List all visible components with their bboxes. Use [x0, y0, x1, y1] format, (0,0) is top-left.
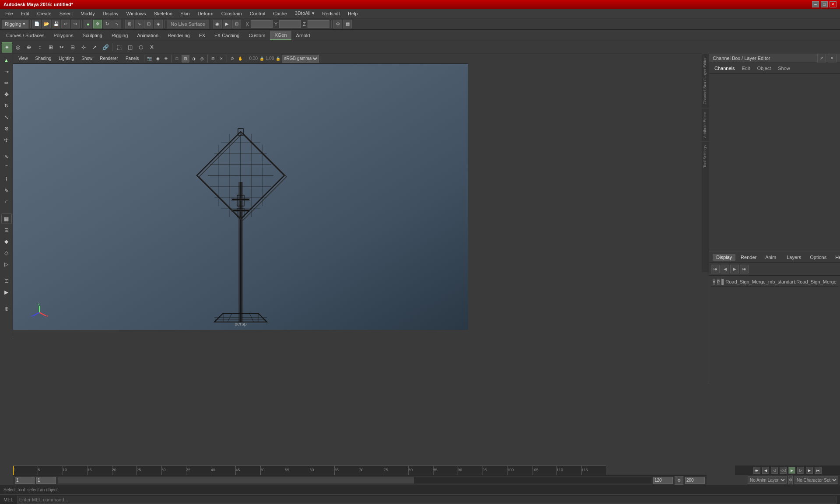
menu-skin[interactable]: Skin [177, 10, 193, 17]
select-tool[interactable]: ▲ [1, 55, 12, 66]
ipr-render[interactable]: ▶ [1, 287, 12, 298]
anim-go-start[interactable]: ⏮ [753, 467, 760, 474]
cb-tab-show[interactable]: Show [776, 65, 792, 72]
playback-options[interactable]: ⚙ [675, 476, 683, 485]
icon-xgen-6[interactable]: ✂ [56, 42, 67, 52]
select-tool-btn[interactable]: ▲ [84, 20, 92, 28]
icon-xgen-2[interactable]: ◎ [13, 42, 23, 52]
layer-tab-render[interactable]: Render [737, 254, 760, 261]
menu-create[interactable]: Create [34, 10, 55, 17]
lasso-select[interactable]: ⊸ [1, 66, 12, 77]
vp-smooth-btn[interactable]: ◑ [190, 55, 198, 63]
breakdown-key[interactable]: ◇ [1, 248, 12, 258]
snap-curve-btn[interactable]: ∿ [135, 20, 144, 28]
right-sidebar-attr-editor[interactable]: Attribute Editor [702, 108, 709, 142]
tab-arnold[interactable]: Arnold [292, 31, 315, 40]
menu-edit[interactable]: Edit [18, 10, 33, 17]
arc-curve[interactable]: ◜ [1, 197, 12, 207]
layer-skip-end[interactable]: ⏭ [740, 265, 749, 273]
char-set-select[interactable]: No Character Set [794, 476, 838, 484]
close-button[interactable]: ✕ [830, 1, 836, 7]
icon-xgen-7[interactable]: ⊟ [67, 42, 78, 52]
icon-xgen-10[interactable]: 🔗 [100, 42, 111, 52]
move-tool-btn[interactable]: ✥ [93, 20, 102, 28]
right-sidebar-channel-box[interactable]: Channel Box / Layer Editor [702, 53, 709, 108]
snap-grid-btn[interactable]: ⊞ [125, 20, 134, 28]
anim-layer-select[interactable]: No Anim Layer [748, 476, 787, 484]
render-region[interactable]: ⊡ [1, 276, 12, 286]
vp-wireframe-btn[interactable]: ⊟ [182, 55, 189, 63]
menu-modify[interactable]: Modify [77, 10, 98, 17]
rotate-tool[interactable]: ↻ [1, 101, 12, 111]
tab-animation[interactable]: Animation [133, 31, 163, 40]
render-btn[interactable]: ◉ [213, 20, 222, 28]
vp-cam-tool[interactable]: ⊙ [228, 55, 236, 63]
rotate-tool-btn[interactable]: ↻ [103, 20, 112, 28]
vp-grid-toggle[interactable]: ⊞ [209, 55, 217, 63]
icon-xgen-1[interactable]: ✦ [2, 42, 12, 52]
menu-cache[interactable]: Cache [270, 10, 290, 17]
inbetween-key[interactable]: ▷ [1, 259, 12, 270]
layer-icon[interactable]: ⊟ [1, 225, 12, 235]
snap-surface-btn[interactable]: ◈ [154, 20, 163, 28]
channel-box-close[interactable]: ✕ [828, 54, 836, 63]
icon-xgen-9[interactable]: ↗ [89, 42, 100, 52]
viewport-3d[interactable]: persp X Y Z [13, 64, 468, 330]
icon-xgen-13[interactable]: ⬡ [136, 42, 146, 52]
maximize-button[interactable]: □ [821, 1, 828, 7]
menu-display[interactable]: Display [99, 10, 122, 17]
tab-fx[interactable]: FX [195, 31, 210, 40]
vp-renderer-menu[interactable]: Renderer [96, 55, 122, 62]
vp-shading-btn[interactable]: □ [173, 55, 181, 63]
tab-rigging[interactable]: Rigging [107, 31, 132, 40]
anim-layer-options[interactable]: ⚙ [788, 476, 793, 484]
tab-xgen[interactable]: XGen [270, 31, 291, 40]
paint-select[interactable]: ✏ [1, 78, 12, 88]
quick-sel-set[interactable]: ⊕ [1, 304, 12, 314]
layer-skip-start[interactable]: ⏮ [711, 265, 720, 273]
layer-opt-help[interactable]: Help [832, 254, 840, 261]
timeline[interactable]: // Draw timeline ticks document.addEvent… [13, 466, 606, 475]
ipr-btn[interactable]: ▶ [223, 20, 231, 28]
save-btn[interactable]: 💾 [52, 20, 60, 28]
ep-curve[interactable]: ⌒ [1, 163, 12, 173]
vp-isolate[interactable]: ◉ [154, 55, 162, 63]
menu-skeleton[interactable]: Skeleton [150, 10, 176, 17]
tab-custom[interactable]: Custom [245, 31, 270, 40]
icon-xgen-5[interactable]: ⊞ [46, 42, 56, 52]
vp-select-btn[interactable]: ✕ [217, 55, 225, 63]
show-manip[interactable]: ☩ [1, 135, 12, 145]
open-btn[interactable]: 📂 [42, 20, 51, 28]
set-key[interactable]: ◆ [1, 236, 12, 247]
options-btn[interactable]: ⚙ [333, 20, 342, 28]
scale-tool[interactable]: ⤡ [1, 112, 12, 122]
layer-prev[interactable]: ◀ [721, 265, 729, 273]
anim-play-back[interactable]: ◁◁ [780, 467, 787, 474]
cb-tab-channels[interactable]: Channels [713, 65, 736, 72]
undo-btn[interactable]: ↩ [61, 20, 70, 28]
vp-panels-menu[interactable]: Panels [122, 55, 143, 62]
icon-xgen-8[interactable]: ⊹ [78, 42, 89, 52]
mel-input[interactable] [17, 496, 836, 504]
layer-opt-options[interactable]: Options [806, 254, 830, 261]
layer-tab-anim[interactable]: Anim [762, 254, 780, 261]
playback-start-input[interactable] [15, 477, 35, 484]
anim-next-key[interactable]: ▷ [797, 467, 804, 474]
grid-btn[interactable]: ▦ [343, 20, 352, 28]
vp-show-menu[interactable]: Show [78, 55, 96, 62]
tab-rendering[interactable]: Rendering [163, 31, 194, 40]
curve-tool[interactable]: ∿ [1, 151, 12, 162]
menu-windows[interactable]: Windows [123, 10, 150, 17]
icon-xgen-11[interactable]: ⬚ [114, 42, 124, 52]
bezier-curve[interactable]: ⌇ [1, 174, 12, 185]
current-frame-input[interactable] [36, 477, 56, 484]
layer-tab-display[interactable]: Display [713, 254, 735, 261]
minimize-button[interactable]: ─ [812, 1, 819, 7]
cb-tab-object[interactable]: Object [755, 65, 773, 72]
color-profile-select[interactable]: sRGB gamma [282, 55, 319, 63]
anim-prev-frame[interactable]: ◀ [762, 467, 769, 474]
vp-select-cam[interactable]: 📷 [146, 55, 154, 63]
gamma-lock[interactable]: 🔒 [275, 56, 281, 62]
no-live-surface-btn[interactable]: No Live Surface [167, 20, 209, 28]
layer-next[interactable]: ▶ [730, 265, 739, 273]
